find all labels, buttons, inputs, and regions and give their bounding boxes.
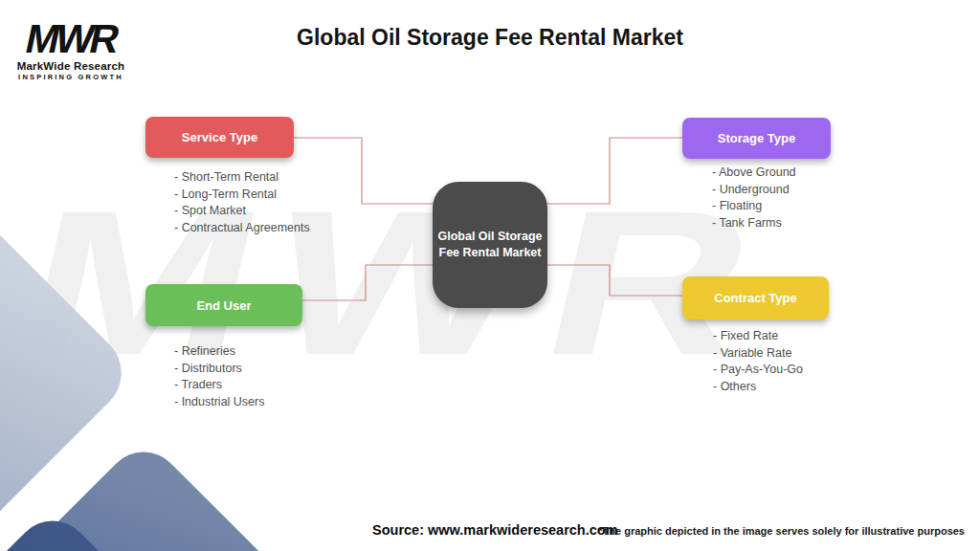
logo-tagline: INSPIRING GROWTH: [15, 73, 126, 81]
end-user-list: - Refineries - Distributors - Traders - …: [174, 343, 264, 410]
list-item: - Traders: [174, 377, 264, 394]
service-type-list: - Short-Term Rental - Long-Term Rental -…: [174, 169, 310, 236]
category-label-contract-type: Contract Type: [714, 291, 796, 305]
center-node-label-line2: Fee Rental Market: [439, 245, 542, 261]
category-label-storage-type: Storage Type: [718, 131, 795, 145]
disclaimer-text: *The graphic depicted in the image serve…: [598, 525, 965, 537]
list-item: - Others: [713, 379, 803, 396]
center-node: Global Oil Storage Fee Rental Market: [433, 182, 547, 308]
list-item: - Floating: [712, 198, 796, 215]
list-item: - Spot Market: [174, 203, 310, 220]
page-title: Global Oil Storage Fee Rental Market: [0, 25, 980, 51]
list-item: - Short-Term Rental: [174, 169, 310, 187]
category-box-storage-type: Storage Type: [682, 118, 831, 159]
category-label-end-user: End User: [196, 298, 251, 313]
list-item: - Refineries: [174, 343, 264, 361]
list-item: - Industrial Users: [174, 394, 264, 411]
list-item: - Pay-As-You-Go: [713, 362, 803, 379]
list-item: - Above Ground: [712, 165, 796, 182]
storage-type-list: - Above Ground - Underground - Floating …: [712, 165, 796, 231]
category-box-contract-type: Contract Type: [682, 276, 829, 320]
list-item: - Fixed Rate: [713, 328, 803, 345]
category-box-service-type: Service Type: [145, 117, 294, 158]
source-text: Source: www.markwideresearch.com: [372, 522, 618, 538]
contract-type-list: - Fixed Rate - Variable Rate - Pay-As-Yo…: [713, 328, 803, 395]
category-box-end-user: End User: [145, 284, 302, 326]
list-item: - Tank Farms: [712, 215, 796, 232]
list-item: - Contractual Agreements: [174, 220, 310, 237]
category-label-service-type: Service Type: [182, 130, 257, 144]
center-node-label-line1: Global Oil Storage: [437, 229, 542, 245]
logo-company-name: MarkWide Research: [15, 60, 126, 72]
brand-watermark: MWR: [5, 180, 792, 386]
list-item: - Underground: [712, 182, 796, 199]
list-item: - Variable Rate: [713, 345, 803, 363]
infographic-canvas: MWR MWR MarkWide Research INSPIRING GROW…: [0, 0, 980, 551]
list-item: - Long-Term Rental: [174, 187, 310, 204]
list-item: - Distributors: [174, 361, 264, 378]
